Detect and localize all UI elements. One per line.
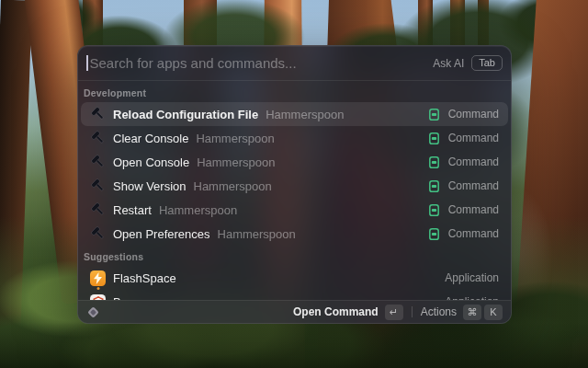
- item-title: Restart: [113, 203, 152, 217]
- footer-bar: Open Command ↵ Actions ⌘ K: [78, 300, 511, 323]
- item-title: FlashSpace: [113, 271, 176, 285]
- item-subtitle: Hammerspoon: [266, 108, 344, 121]
- search-input[interactable]: [90, 55, 434, 71]
- item-title: Open Console: [113, 155, 189, 169]
- running-indicator: [96, 287, 99, 290]
- command-type-icon: [427, 227, 441, 241]
- flashspace-icon: [90, 270, 106, 286]
- item-subtitle: Hammerspoon: [196, 132, 274, 145]
- section-header: Suggestions: [84, 251, 505, 262]
- item-type-label: Command: [448, 203, 499, 216]
- section-header: Development: [84, 87, 505, 98]
- item-type-label: Command: [448, 179, 499, 192]
- screen: Ask AI Tab Development Reload Configurat…: [0, 0, 588, 368]
- item-title: Clear Console: [113, 132, 188, 145]
- footer-divider: [412, 306, 413, 317]
- list-item[interactable]: Clear ConsoleHammerspoon Command: [81, 126, 508, 150]
- item-subtitle: Hammerspoon: [218, 227, 296, 241]
- text-caret: [86, 55, 88, 71]
- list-item[interactable]: BazecorApplication: [81, 290, 508, 300]
- raycast-launcher-window: Ask AI Tab Development Reload Configurat…: [77, 45, 512, 324]
- item-title: Show Version: [113, 179, 187, 193]
- item-subtitle: Hammerspoon: [159, 203, 237, 217]
- actions-label[interactable]: Actions: [421, 305, 457, 318]
- item-title: Open Preferences: [113, 227, 210, 241]
- list-item[interactable]: Reload Configuration FileHammerspoon Com…: [81, 102, 508, 126]
- item-subtitle: Hammerspoon: [197, 155, 275, 169]
- command-type-icon: [427, 203, 441, 217]
- list-item[interactable]: Open PreferencesHammerspoon Command: [81, 222, 508, 246]
- k-keycap[interactable]: K: [484, 305, 503, 320]
- command-type-icon: [427, 108, 441, 121]
- list-item[interactable]: RestartHammerspoon Command: [81, 198, 508, 222]
- list-item[interactable]: Open ConsoleHammerspoon Command: [81, 150, 508, 174]
- results-list: Development Reload Configuration FileHam…: [78, 82, 511, 300]
- item-type-label: Command: [448, 227, 499, 240]
- command-keycap[interactable]: ⌘: [463, 305, 481, 320]
- list-item[interactable]: FlashSpaceApplication: [81, 266, 508, 290]
- command-type-icon: [427, 155, 441, 169]
- item-title: Reload Configuration File: [113, 108, 258, 121]
- command-type-icon: [427, 179, 441, 193]
- hammerspoon-icon: [90, 202, 106, 218]
- primary-action-label[interactable]: Open Command: [293, 305, 379, 318]
- item-type-label: Command: [448, 108, 499, 121]
- hammerspoon-icon: [90, 107, 106, 122]
- item-type-label: Command: [448, 155, 499, 168]
- return-keycap[interactable]: ↵: [385, 305, 403, 320]
- hammerspoon-icon: [90, 178, 106, 194]
- search-bar: Ask AI Tab: [78, 46, 511, 81]
- command-type-icon: [427, 132, 441, 145]
- ask-ai-label[interactable]: Ask AI: [433, 57, 464, 70]
- hammerspoon-icon: [90, 226, 106, 242]
- item-type-label: Command: [448, 132, 499, 144]
- tab-keycap[interactable]: Tab: [471, 55, 503, 71]
- item-subtitle: Hammerspoon: [194, 179, 272, 193]
- hammerspoon-icon: [90, 155, 106, 170]
- hammerspoon-icon: [90, 131, 106, 146]
- list-item[interactable]: Show VersionHammerspoon Command: [81, 174, 508, 198]
- item-type-label: Application: [445, 271, 499, 284]
- raycast-logo-icon: [86, 305, 100, 319]
